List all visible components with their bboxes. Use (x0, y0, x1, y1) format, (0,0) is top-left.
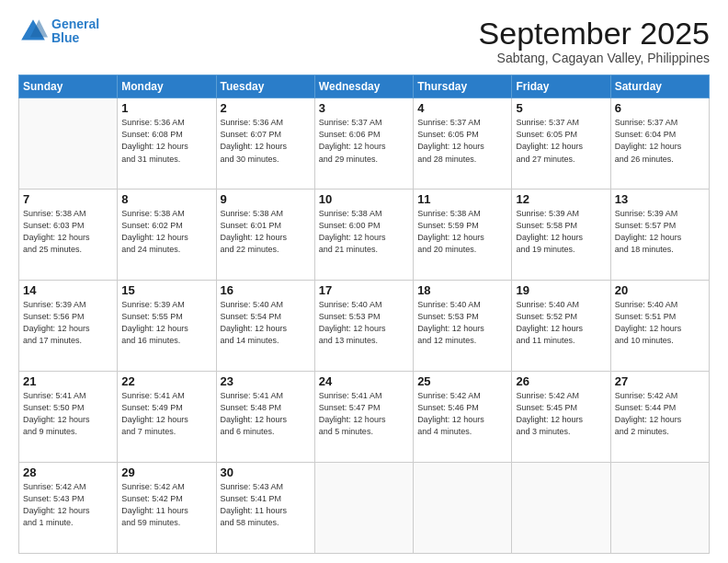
day-info: Sunrise: 5:40 AM Sunset: 5:53 PM Dayligh… (319, 299, 409, 347)
day-info: Sunrise: 5:38 AM Sunset: 6:00 PM Dayligh… (319, 208, 409, 256)
calendar-cell: 27Sunrise: 5:42 AM Sunset: 5:44 PM Dayli… (610, 372, 709, 463)
day-info: Sunrise: 5:39 AM Sunset: 5:58 PM Dayligh… (516, 208, 606, 256)
day-info: Sunrise: 5:40 AM Sunset: 5:54 PM Dayligh… (221, 299, 311, 347)
day-info: Sunrise: 5:37 AM Sunset: 6:04 PM Dayligh… (615, 117, 705, 165)
day-number: 14 (23, 283, 113, 297)
calendar-cell: 19Sunrise: 5:40 AM Sunset: 5:52 PM Dayli… (512, 281, 610, 372)
calendar-cell: 13Sunrise: 5:39 AM Sunset: 5:57 PM Dayli… (610, 190, 709, 281)
logo-line2: Blue (51, 30, 79, 45)
day-info: Sunrise: 5:39 AM Sunset: 5:56 PM Dayligh… (23, 299, 113, 347)
calendar-cell: 26Sunrise: 5:42 AM Sunset: 5:45 PM Dayli… (512, 372, 610, 463)
calendar-table: SundayMondayTuesdayWednesdayThursdayFrid… (18, 75, 710, 554)
weekday-header: Wednesday (314, 75, 413, 98)
calendar-cell (314, 463, 413, 554)
calendar-cell: 2Sunrise: 5:36 AM Sunset: 6:07 PM Daylig… (216, 98, 314, 190)
day-info: Sunrise: 5:38 AM Sunset: 6:01 PM Dayligh… (221, 208, 311, 256)
day-number: 3 (319, 101, 409, 115)
weekday-header: Tuesday (216, 75, 314, 98)
calendar-cell: 23Sunrise: 5:41 AM Sunset: 5:48 PM Dayli… (216, 372, 314, 463)
calendar-cell: 12Sunrise: 5:39 AM Sunset: 5:58 PM Dayli… (512, 190, 610, 281)
day-number: 24 (319, 374, 409, 388)
logo-text: General Blue (51, 17, 99, 46)
calendar-cell: 15Sunrise: 5:39 AM Sunset: 5:55 PM Dayli… (118, 281, 216, 372)
calendar-cell: 17Sunrise: 5:40 AM Sunset: 5:53 PM Dayli… (314, 281, 413, 372)
calendar-cell: 5Sunrise: 5:37 AM Sunset: 6:05 PM Daylig… (512, 98, 610, 190)
calendar-cell: 8Sunrise: 5:38 AM Sunset: 6:02 PM Daylig… (118, 190, 216, 281)
calendar-cell: 29Sunrise: 5:42 AM Sunset: 5:42 PM Dayli… (118, 463, 216, 554)
calendar-cell (19, 98, 118, 190)
calendar-cell: 4Sunrise: 5:37 AM Sunset: 6:05 PM Daylig… (414, 98, 512, 190)
day-info: Sunrise: 5:38 AM Sunset: 5:59 PM Dayligh… (417, 208, 507, 256)
day-info: Sunrise: 5:38 AM Sunset: 6:02 PM Dayligh… (121, 208, 211, 256)
day-number: 22 (121, 374, 211, 388)
day-info: Sunrise: 5:36 AM Sunset: 6:08 PM Dayligh… (121, 117, 211, 165)
calendar-cell: 6Sunrise: 5:37 AM Sunset: 6:04 PM Daylig… (610, 98, 709, 190)
day-number: 26 (516, 374, 606, 388)
day-info: Sunrise: 5:38 AM Sunset: 6:03 PM Dayligh… (23, 208, 113, 256)
day-number: 28 (23, 465, 113, 479)
calendar-cell: 9Sunrise: 5:38 AM Sunset: 6:01 PM Daylig… (216, 190, 314, 281)
weekday-header: Friday (512, 75, 610, 98)
day-info: Sunrise: 5:40 AM Sunset: 5:53 PM Dayligh… (417, 299, 507, 347)
weekday-header-row: SundayMondayTuesdayWednesdayThursdayFrid… (19, 75, 710, 98)
day-number: 18 (417, 283, 507, 297)
day-number: 16 (221, 283, 311, 297)
day-info: Sunrise: 5:37 AM Sunset: 6:05 PM Dayligh… (516, 117, 606, 165)
day-info: Sunrise: 5:40 AM Sunset: 5:52 PM Dayligh… (516, 299, 606, 347)
weekday-header: Sunday (19, 75, 118, 98)
day-number: 1 (121, 101, 211, 115)
day-number: 23 (221, 374, 311, 388)
calendar-cell: 22Sunrise: 5:41 AM Sunset: 5:49 PM Dayli… (118, 372, 216, 463)
calendar-week-row: 21Sunrise: 5:41 AM Sunset: 5:50 PM Dayli… (19, 372, 710, 463)
calendar-cell: 10Sunrise: 5:38 AM Sunset: 6:00 PM Dayli… (314, 190, 413, 281)
day-info: Sunrise: 5:42 AM Sunset: 5:46 PM Dayligh… (417, 390, 507, 438)
calendar-cell: 20Sunrise: 5:40 AM Sunset: 5:51 PM Dayli… (610, 281, 709, 372)
calendar-cell (512, 463, 610, 554)
day-info: Sunrise: 5:43 AM Sunset: 5:41 PM Dayligh… (221, 481, 311, 529)
day-number: 11 (417, 192, 507, 206)
calendar-cell: 24Sunrise: 5:41 AM Sunset: 5:47 PM Dayli… (314, 372, 413, 463)
day-info: Sunrise: 5:41 AM Sunset: 5:49 PM Dayligh… (121, 390, 211, 438)
day-info: Sunrise: 5:42 AM Sunset: 5:45 PM Dayligh… (516, 390, 606, 438)
day-number: 15 (121, 283, 211, 297)
day-number: 7 (23, 192, 113, 206)
calendar-cell: 3Sunrise: 5:37 AM Sunset: 6:06 PM Daylig… (314, 98, 413, 190)
calendar-week-row: 7Sunrise: 5:38 AM Sunset: 6:03 PM Daylig… (19, 190, 710, 281)
page: General Blue September 2025 Sabtang, Cag… (0, 0, 728, 563)
day-number: 20 (615, 283, 705, 297)
day-info: Sunrise: 5:39 AM Sunset: 5:57 PM Dayligh… (615, 208, 705, 256)
logo: General Blue (18, 17, 99, 46)
day-number: 19 (516, 283, 606, 297)
subtitle: Sabtang, Cagayan Valley, Philippines (479, 51, 710, 65)
day-number: 4 (417, 101, 507, 115)
day-info: Sunrise: 5:37 AM Sunset: 6:06 PM Dayligh… (319, 117, 409, 165)
day-info: Sunrise: 5:41 AM Sunset: 5:48 PM Dayligh… (221, 390, 311, 438)
day-info: Sunrise: 5:42 AM Sunset: 5:44 PM Dayligh… (615, 390, 705, 438)
day-number: 17 (319, 283, 409, 297)
day-info: Sunrise: 5:37 AM Sunset: 6:05 PM Dayligh… (417, 117, 507, 165)
calendar-body: 1Sunrise: 5:36 AM Sunset: 6:08 PM Daylig… (19, 98, 710, 554)
calendar-week-row: 1Sunrise: 5:36 AM Sunset: 6:08 PM Daylig… (19, 98, 710, 190)
day-number: 9 (221, 192, 311, 206)
calendar-cell: 1Sunrise: 5:36 AM Sunset: 6:08 PM Daylig… (118, 98, 216, 190)
logo-line1: General (51, 17, 99, 31)
calendar-cell: 21Sunrise: 5:41 AM Sunset: 5:50 PM Dayli… (19, 372, 118, 463)
day-number: 21 (23, 374, 113, 388)
calendar-week-row: 28Sunrise: 5:42 AM Sunset: 5:43 PM Dayli… (19, 463, 710, 554)
day-number: 27 (615, 374, 705, 388)
day-info: Sunrise: 5:40 AM Sunset: 5:51 PM Dayligh… (615, 299, 705, 347)
title-section: September 2025 Sabtang, Cagayan Valley, … (479, 17, 710, 65)
day-number: 2 (221, 101, 311, 115)
day-number: 29 (121, 465, 211, 479)
main-title: September 2025 (479, 17, 710, 51)
calendar-cell: 16Sunrise: 5:40 AM Sunset: 5:54 PM Dayli… (216, 281, 314, 372)
weekday-header: Thursday (414, 75, 512, 98)
calendar-cell: 7Sunrise: 5:38 AM Sunset: 6:03 PM Daylig… (19, 190, 118, 281)
day-info: Sunrise: 5:42 AM Sunset: 5:43 PM Dayligh… (23, 481, 113, 529)
calendar-cell: 14Sunrise: 5:39 AM Sunset: 5:56 PM Dayli… (19, 281, 118, 372)
day-info: Sunrise: 5:41 AM Sunset: 5:50 PM Dayligh… (23, 390, 113, 438)
weekday-header: Monday (118, 75, 216, 98)
calendar-cell (414, 463, 512, 554)
weekday-header: Saturday (610, 75, 709, 98)
calendar-week-row: 14Sunrise: 5:39 AM Sunset: 5:56 PM Dayli… (19, 281, 710, 372)
